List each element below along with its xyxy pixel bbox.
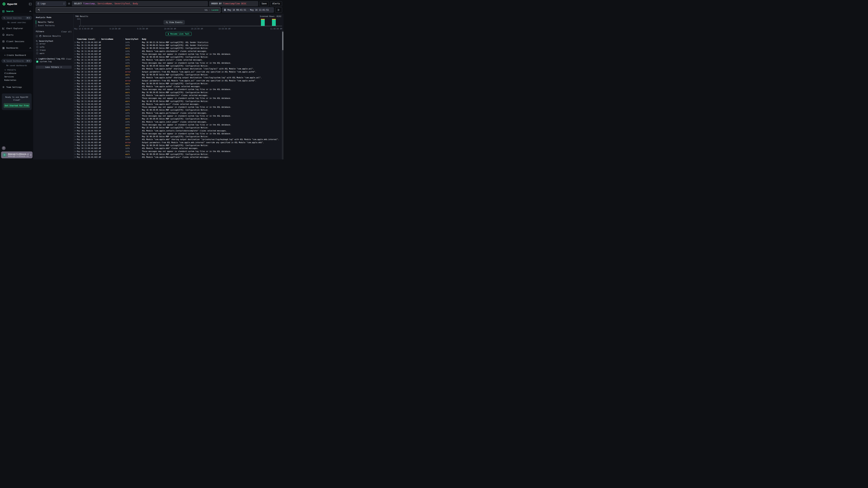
table-row[interactable]: May 16 11:38:40.683 AM error Output para…	[73, 70, 283, 73]
table-row[interactable]: May 16 11:38:40.683 AM info May 16 00:06…	[73, 44, 283, 46]
analysis-mode-tab[interactable]: Event Patterns	[36, 24, 72, 27]
table-row[interactable]: May 16 11:38:40.683 AM info Those messag…	[73, 61, 283, 64]
table-row[interactable]: May 16 11:38:40.683 AM warn May 16 00:30…	[73, 144, 283, 147]
expand-row-chevron-icon[interactable]	[73, 118, 77, 120]
expand-row-chevron-icon[interactable]	[73, 127, 77, 129]
expand-row-chevron-icon[interactable]	[73, 71, 77, 73]
expand-row-chevron-icon[interactable]	[73, 106, 77, 108]
table-row[interactable]: May 16 11:38:40.683 AM warn May 16 00:30…	[73, 118, 283, 120]
table-row[interactable]: May 16 11:38:40.683 AM info Those messag…	[73, 53, 283, 56]
save-button[interactable]: Save	[259, 1, 269, 6]
expand-row-chevron-icon[interactable]	[73, 51, 77, 52]
scrollbar-thumb[interactable]	[282, 32, 283, 50]
sidebar-item-alerts[interactable]: Alerts	[0, 32, 33, 38]
table-row[interactable]: May 16 11:38:40.683 AM warn May 16 00:30…	[73, 91, 283, 94]
expand-row-chevron-icon[interactable]	[73, 136, 77, 137]
expand-row-chevron-icon[interactable]	[73, 142, 77, 143]
user-account-card[interactable]: D demos@clickhouse.com demos@clickhouse.…	[1, 152, 33, 158]
select-columns-input[interactable]: SELECT Timestamp, ServiceName, SeverityT…	[72, 1, 208, 6]
expand-row-chevron-icon[interactable]	[73, 59, 77, 61]
table-row[interactable]: May 16 11:38:40.683 AM warn May 16 00:30…	[73, 109, 283, 111]
expand-row-chevron-icon[interactable]	[73, 80, 77, 82]
table-row[interactable]: May 16 11:38:40.683 AM info ASL Module "…	[73, 147, 283, 150]
create-dashboard-button[interactable]: + Create Dashboard	[0, 53, 33, 57]
expand-row-chevron-icon[interactable]	[73, 83, 77, 85]
get-started-button[interactable]: Get Started for Free	[4, 103, 30, 108]
table-row[interactable]: May 16 11:38:40.683 AM info Those messag…	[73, 88, 283, 91]
less-filters-button[interactable]: Less filters	[36, 66, 72, 69]
expand-row-chevron-icon[interactable]	[73, 95, 77, 96]
vertical-scrollbar[interactable]	[282, 31, 283, 159]
column-header-severitytext[interactable]: SeverityText ⋮	[125, 38, 142, 40]
column-header-body[interactable]: Body	[142, 38, 281, 40]
column-header-servicename[interactable]: ServiceName ⋮	[101, 38, 125, 40]
search-icon[interactable]	[36, 58, 37, 60]
expand-row-chevron-icon[interactable]	[73, 97, 77, 99]
expand-row-chevron-icon[interactable]	[73, 130, 77, 132]
expand-row-chevron-icon[interactable]	[73, 103, 77, 105]
table-row[interactable]: May 16 11:38:40.683 AM info May 16 00:21…	[73, 41, 283, 44]
expand-row-chevron-icon[interactable]	[73, 44, 77, 46]
expand-row-chevron-icon[interactable]	[73, 86, 77, 87]
sidebar-item-team-settings[interactable]: Team Settings	[0, 85, 33, 90]
search-query-input[interactable]: * SQL | Lucene	[36, 7, 220, 13]
expand-row-chevron-icon[interactable]	[73, 56, 77, 58]
histogram-bar[interactable]	[272, 19, 276, 26]
help-button[interactable]: ?	[2, 146, 6, 150]
filter-checkbox-row[interactable]: error	[36, 42, 72, 45]
table-row[interactable]: May 16 11:38:40.683 AM info Those messag…	[73, 106, 283, 109]
filter-checkbox-row[interactable]: trace	[36, 48, 72, 52]
filter-checkbox-row[interactable]: info	[36, 45, 72, 49]
table-row[interactable]: May 16 11:38:40.683 AM error Output para…	[73, 141, 283, 144]
table-row[interactable]: May 16 11:38:40.683 AM warn May 16 00:30…	[73, 73, 283, 76]
expand-row-chevron-icon[interactable]	[73, 124, 77, 126]
filter-checkbox-row[interactable]: warn	[36, 52, 72, 55]
expand-row-chevron-icon[interactable]	[73, 151, 77, 152]
table-row[interactable]: May 16 11:38:40.683 AM info ASL Module "…	[73, 59, 283, 61]
filter-checkbox-row[interactable]: system.log	[36, 60, 72, 63]
expand-row-chevron-icon[interactable]	[73, 156, 77, 158]
table-row[interactable]: May 16 11:38:40.683 AM warn May 16 00:30…	[73, 64, 283, 67]
denoise-row[interactable]: Denoise Results	[36, 35, 72, 37]
column-resize-handle[interactable]: ⋮	[123, 38, 125, 40]
expand-row-chevron-icon[interactable]	[73, 47, 77, 49]
table-row[interactable]: May 16 11:38:40.683 AM trace ASL Module …	[73, 156, 283, 159]
table-row[interactable]: May 16 11:38:40.683 AM info Those messag…	[73, 123, 283, 126]
checkbox[interactable]	[36, 46, 38, 48]
expand-row-chevron-icon[interactable]	[73, 62, 77, 64]
expand-row-chevron-icon[interactable]	[73, 89, 77, 90]
table-row[interactable]: May 16 11:38:40.683 AM info ASL Module "…	[73, 67, 283, 70]
column-resize-handle[interactable]: ⋮	[140, 38, 142, 40]
table-row[interactable]: May 16 11:38:40.683 AM info ASL Module "…	[73, 120, 283, 123]
expand-row-chevron-icon[interactable]	[73, 109, 77, 111]
clear-group-link[interactable]: Clear	[66, 58, 72, 60]
table-row[interactable]: May 16 11:38:40.683 AM warn May 16 00:30…	[73, 153, 283, 156]
preset-item[interactable]: Clickhouse	[0, 72, 33, 75]
table-row[interactable]: May 16 11:38:40.683 AM warn May 16 00:30…	[73, 47, 283, 50]
expand-row-chevron-icon[interactable]	[73, 148, 77, 149]
expand-row-chevron-icon[interactable]	[73, 115, 77, 117]
expand-row-chevron-icon[interactable]	[73, 68, 77, 70]
table-row[interactable]: May 16 11:38:40.683 AM info Those messag…	[73, 132, 283, 135]
table-row[interactable]: May 16 11:38:40.683 AM info ASL Module "…	[73, 111, 283, 115]
date-range-picker[interactable]: May 16 08:41:51 - May 16 11:41:51	[222, 7, 274, 13]
histogram-bar[interactable]	[261, 19, 265, 26]
sidebar-item-dashboards[interactable]: Dashboards	[0, 45, 33, 51]
expand-row-chevron-icon[interactable]	[73, 77, 77, 78]
source-settings-gear-icon[interactable]	[68, 2, 70, 5]
table-row[interactable]: May 16 11:38:40.683 AM warn May 16 00:30…	[73, 126, 283, 129]
table-row[interactable]: May 16 11:38:40.683 AM info ASL Module "…	[73, 50, 283, 53]
resume-live-tail-button[interactable]: Resume Live Tail	[166, 32, 191, 36]
table-row[interactable]: May 16 11:38:40.683 AM info Those messag…	[73, 97, 283, 100]
table-row[interactable]: May 16 11:38:40.683 AM warn May 16 00:30…	[73, 56, 283, 58]
saved-searches-input[interactable]: Saved Searches ⌘ K	[1, 16, 32, 20]
expand-row-chevron-icon[interactable]	[73, 133, 77, 134]
clear-all-link[interactable]: Clear all	[61, 31, 72, 33]
alerts-button[interactable]: Alerts	[270, 1, 282, 6]
order-by-input[interactable]: ORDER BY TimestampTime DESC	[209, 1, 258, 6]
search-icon[interactable]	[36, 40, 38, 42]
expand-row-chevron-icon[interactable]	[73, 92, 77, 93]
expand-row-chevron-icon[interactable]	[73, 74, 77, 75]
analysis-mode-tab[interactable]: Results Table	[36, 21, 72, 24]
table-row[interactable]: May 16 11:38:40.683 AM info ASL Module "…	[73, 85, 283, 88]
